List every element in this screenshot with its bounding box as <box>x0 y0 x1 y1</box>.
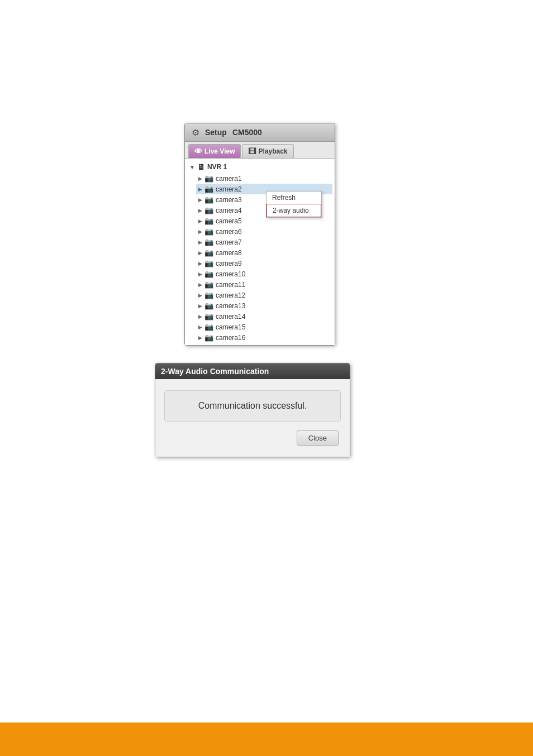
cam-arrow-icon: ▶ <box>198 197 202 203</box>
camera-icon: 📷 <box>204 174 213 183</box>
list-item[interactable]: ▶ 📷 camera11 <box>196 279 332 290</box>
camera-label: camera8 <box>216 249 242 257</box>
gear-icon: ⚙ <box>189 126 202 138</box>
camera-label: camera1 <box>216 175 242 183</box>
list-item[interactable]: ▶ 📷 camera13 <box>196 300 332 311</box>
context-menu: Refresh 2-way audio <box>266 191 322 218</box>
footer-bar <box>0 722 533 756</box>
list-item[interactable]: ▶ 📷 camera12 <box>196 290 332 300</box>
camera-icon: 📷 <box>204 217 213 225</box>
cam-arrow-icon: ▶ <box>198 271 202 277</box>
camera-label: camera6 <box>216 228 242 236</box>
camera-label: camera7 <box>216 238 242 246</box>
list-item[interactable]: ▶ 📷 camera10 <box>196 269 332 279</box>
cam-arrow-icon: ▶ <box>198 250 202 256</box>
audio-dialog-title: 2-Way Audio Communication <box>161 367 269 376</box>
camera-label: camera5 <box>216 217 242 225</box>
communication-status-text: Communication successful. <box>198 401 307 410</box>
nvr-header[interactable]: ▼ 🖥 NVR 1 <box>187 161 332 173</box>
camera-label: camera2 <box>216 185 242 193</box>
camera-icon: 📷 <box>204 227 213 236</box>
camera-icon: 📷 <box>204 248 213 257</box>
camera-icon: 📷 <box>204 195 213 204</box>
setup-tabs: 👁 Live View 🎞 Playback <box>185 142 335 159</box>
collapse-arrow-icon: ▼ <box>189 164 195 170</box>
close-button[interactable]: Close <box>297 430 339 446</box>
camera-label: camera10 <box>216 270 245 278</box>
camera-label: camera13 <box>216 302 245 310</box>
film-icon: 🎞 <box>248 147 256 156</box>
cam-arrow-icon: ▶ <box>198 261 202 266</box>
setup-body: ▼ 🖥 NVR 1 ▶ 📷 camera1 ▶ 📷 camera2 ▶ 📷 ca… <box>185 159 335 345</box>
list-item[interactable]: ▶ 📷 camera16 <box>196 332 332 343</box>
camera-label: camera15 <box>216 323 245 331</box>
tab-live-view-label: Live View <box>204 147 235 155</box>
eye-icon: 👁 <box>194 147 202 156</box>
cam-arrow-icon: ▶ <box>198 335 202 341</box>
camera-icon: 📷 <box>204 270 213 278</box>
cam-arrow-icon: ▶ <box>198 314 202 319</box>
tab-playback-label: Playback <box>258 147 287 155</box>
camera-icon: 📷 <box>204 238 213 246</box>
nvr-icon: 🖥 <box>197 162 205 171</box>
audio-dialog-footer: Close <box>164 428 341 450</box>
list-item[interactable]: ▶ 📷 camera6 <box>196 226 332 237</box>
audio-dialog: 2-Way Audio Communication Communication … <box>155 363 350 457</box>
camera-icon: 📷 <box>204 323 213 331</box>
camera-icon: 📷 <box>204 259 213 267</box>
cam-arrow-icon: ▶ <box>198 282 202 288</box>
setup-titlebar: ⚙ Setup CM5000 <box>185 123 335 142</box>
camera-icon: 📷 <box>204 291 213 299</box>
audio-dialog-body: Communication successful. Close <box>155 379 350 457</box>
audio-dialog-message: Communication successful. <box>164 390 341 422</box>
list-item[interactable]: ▶ 📷 camera8 <box>196 247 332 258</box>
camera-icon: 📷 <box>204 312 213 320</box>
camera-label: camera4 <box>216 207 242 214</box>
list-item[interactable]: ▶ 📷 camera7 <box>196 237 332 247</box>
camera-icon: 📷 <box>204 302 213 310</box>
list-item[interactable]: ▶ 📷 camera15 <box>196 322 332 332</box>
list-item[interactable]: ▶ 📷 camera1 <box>196 173 332 184</box>
camera-label: camera3 <box>216 196 242 204</box>
camera-icon: 📷 <box>204 206 213 214</box>
camera-icon: 📷 <box>204 333 213 342</box>
audio-dialog-titlebar: 2-Way Audio Communication <box>155 363 350 379</box>
nvr-name: NVR 1 <box>207 163 227 171</box>
tab-playback[interactable]: 🎞 Playback <box>242 144 293 158</box>
context-menu-refresh[interactable]: Refresh <box>266 192 321 204</box>
window-title: CM5000 <box>232 128 262 137</box>
cam-arrow-icon: ▶ <box>198 303 202 309</box>
cam-arrow-icon: ▶ <box>198 229 202 235</box>
cam-arrow-icon: ▶ <box>198 208 202 213</box>
camera-label: camera16 <box>216 334 245 342</box>
camera-label: camera12 <box>216 291 245 299</box>
list-item[interactable]: ▶ 📷 camera14 <box>196 311 332 322</box>
camera-label: camera9 <box>216 260 242 267</box>
cam-arrow-icon: ▶ <box>198 240 202 245</box>
cam-arrow-icon: ▶ <box>198 218 202 224</box>
camera-icon: 📷 <box>204 280 213 289</box>
tab-live-view[interactable]: 👁 Live View <box>188 144 241 158</box>
setup-label: Setup <box>205 128 227 137</box>
camera-label: camera14 <box>216 313 245 320</box>
list-item[interactable]: ▶ 📷 camera9 <box>196 258 332 269</box>
cam-arrow-icon: ▶ <box>198 293 202 298</box>
cam-arrow-icon: ▶ <box>198 176 202 181</box>
setup-window: ⚙ Setup CM5000 👁 Live View 🎞 Playback ▼ … <box>184 123 335 346</box>
camera-label: camera11 <box>216 281 245 289</box>
cam-arrow-icon: ▶ <box>198 186 202 192</box>
cam-arrow-icon: ▶ <box>198 324 202 330</box>
context-menu-2way-audio[interactable]: 2-way audio <box>266 204 321 217</box>
camera-icon: 📷 <box>204 185 213 193</box>
